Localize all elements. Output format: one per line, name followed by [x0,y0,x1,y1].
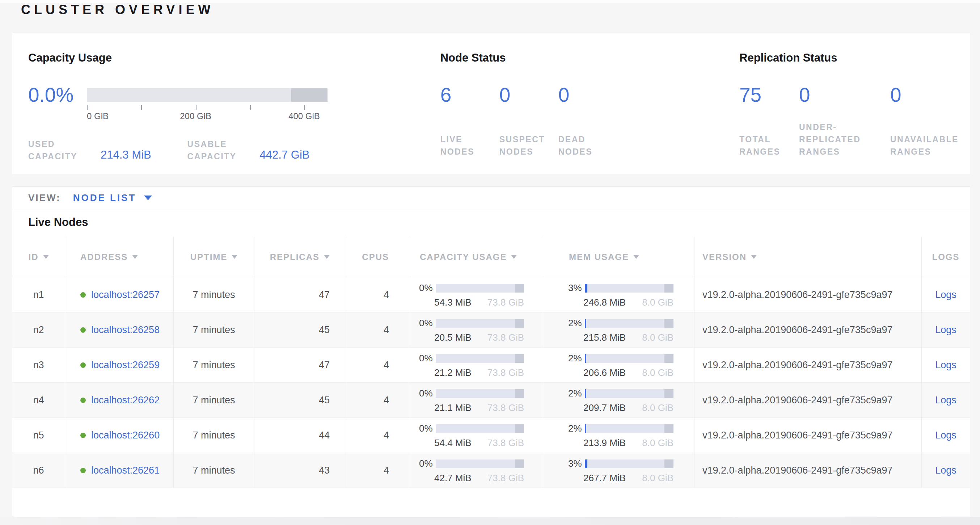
mem-total: 8.0 GiB [642,297,673,308]
mem-used: 213.9 MiB [583,437,626,448]
capacity-total: 73.8 GiB [487,437,524,448]
node-id: n1 [12,277,65,312]
logs-link[interactable]: Logs [935,324,956,336]
bar-used-fill [585,424,587,433]
capacity-total: 73.8 GiB [487,472,524,484]
axis-tick-label: 200 GiB [180,111,212,121]
node-status-title: Node Status [441,51,739,65]
column-header-replicas[interactable]: REPLICAS [255,237,346,277]
node-uptime: 7 minutes [174,418,255,453]
logs-link[interactable]: Logs [935,359,956,371]
node-address-link[interactable]: localhost:26258 [91,324,160,336]
node-status-section: Node Status 6 LIVE NODES 0 SUSPECT NODES… [441,51,739,174]
node-version: v19.2.0-alpha.20190606-2491-gfe735c9a97 [694,313,922,347]
node-cpus: 4 [346,418,411,453]
total-ranges-label: TOTAL RANGES [739,133,799,158]
capacity-bar [436,389,524,398]
capacity-usage-chart: 0 GiB 200 GiB 400 GiB [87,88,328,121]
node-replicas: 45 [255,383,346,418]
suspect-nodes-stat: 0 SUSPECT NODES [500,84,558,158]
live-nodes-value: 6 [441,84,500,106]
chevron-down-icon [144,196,152,200]
bar-used-fill [585,319,587,328]
node-address-link[interactable]: localhost:26262 [91,395,160,406]
node-address-cell: localhost:26259 [65,348,174,382]
table-header-row: ID ADDRESS UPTIME REPLICAS CPUS CAPACITY… [12,237,970,277]
node-uptime: 7 minutes [174,277,255,312]
table-row: n4 localhost:26262 7 minutes 45 4 0% 21.… [12,383,970,418]
node-mem-usage: 3% 246.8 MiB8.0 GiB [544,277,694,312]
mem-total: 8.0 GiB [642,437,673,448]
sort-desc-icon [43,255,49,259]
capacity-percent: 0% [419,353,433,364]
column-header-mem-usage[interactable]: MEM USAGE [544,237,694,277]
node-uptime: 7 minutes [174,313,255,347]
column-header-id[interactable]: ID [12,237,65,277]
node-address-link[interactable]: localhost:26259 [91,359,160,371]
axis-tick-label: 0 GiB [87,111,108,121]
node-replicas: 43 [255,453,346,488]
cluster-overview-page: CLUSTER OVERVIEW Capacity Usage 0.0% [0,0,980,525]
column-header-logs: LOGS [922,237,970,277]
node-live-dot [80,432,86,438]
node-live-dot [80,468,86,473]
capacity-total: 73.8 GiB [487,367,524,378]
column-header-version[interactable]: VERSION [694,237,922,277]
node-address-link[interactable]: localhost:26260 [91,430,160,441]
node-uptime: 7 minutes [174,453,255,488]
node-address-cell: localhost:26258 [65,313,174,347]
bar-reserved-segment [515,389,524,398]
live-nodes-table: ID ADDRESS UPTIME REPLICAS CPUS CAPACITY… [12,237,970,488]
column-header-address[interactable]: ADDRESS [65,237,174,277]
capacity-bar-reserved-segment [291,88,328,102]
live-nodes-label: LIVE NODES [441,133,500,158]
node-logs-cell: Logs [922,418,970,453]
mem-percent: 2% [568,353,582,364]
capacity-used: 20.5 MiB [434,332,471,343]
node-address-link[interactable]: localhost:26261 [91,465,160,476]
capacity-used: 54.4 MiB [434,437,471,448]
node-mem-usage: 2% 215.8 MiB8.0 GiB [544,313,694,347]
bar-used-fill [585,284,587,292]
mem-bar [585,389,673,398]
bar-reserved-segment [665,460,673,468]
mem-used: 215.8 MiB [583,332,626,343]
axis-tick [196,105,197,110]
node-mem-usage: 2% 206.6 MiB8.0 GiB [544,348,694,382]
page-footer-band [0,517,980,525]
mem-bar [585,319,673,328]
unavailable-ranges-label: UNAVAILABLE RANGES [890,133,964,158]
sort-desc-icon [232,255,237,259]
node-version: v19.2.0-alpha.20190606-2491-gfe735c9a97 [694,453,922,488]
node-capacity-usage: 0% 42.7 MiB73.8 GiB [411,453,544,488]
column-header-cpus: CPUS [346,237,411,277]
capacity-usage-title: Capacity Usage [28,51,441,65]
node-address-cell: localhost:26261 [65,453,174,488]
used-capacity-label: USED CAPACITY [28,138,91,163]
dead-nodes-stat: 0 DEAD NODES [558,84,617,158]
page-title: CLUSTER OVERVIEW [21,2,214,18]
mem-total: 8.0 GiB [642,367,673,378]
axis-tick [141,105,142,110]
logs-link[interactable]: Logs [935,465,956,476]
table-row: n1 localhost:26257 7 minutes 47 4 0% 54.… [12,277,970,313]
capacity-bar [436,284,524,292]
table-row: n5 localhost:26260 7 minutes 44 4 0% 54.… [12,418,970,453]
column-header-capacity-usage[interactable]: CAPACITY USAGE [411,237,544,277]
bar-reserved-segment [665,319,673,328]
capacity-used: 21.2 MiB [434,367,471,378]
capacity-bar [436,319,524,328]
node-logs-cell: Logs [922,453,970,488]
logs-link[interactable]: Logs [935,395,956,406]
view-selector-dropdown[interactable]: NODE LIST [73,192,152,203]
unavailable-ranges-value: 0 [890,84,970,106]
logs-link[interactable]: Logs [935,430,956,441]
mem-used: 206.6 MiB [583,367,626,378]
view-bar: VIEW: NODE LIST [12,187,970,209]
node-id: n5 [12,418,65,453]
capacity-total: 73.8 GiB [487,332,524,343]
node-uptime: 7 minutes [174,348,255,382]
node-address-link[interactable]: localhost:26257 [91,289,160,300]
column-header-uptime[interactable]: UPTIME [174,237,255,277]
logs-link[interactable]: Logs [935,289,956,300]
